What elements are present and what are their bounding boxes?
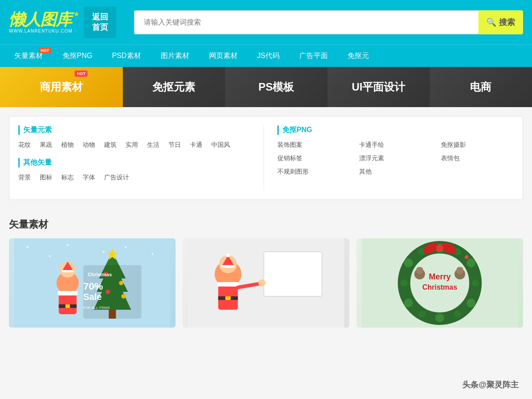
- svg-point-5: [125, 246, 127, 248]
- svg-point-47: [467, 258, 476, 267]
- cat-cutout[interactable]: 免抠元素: [123, 67, 225, 107]
- png-tag-float[interactable]: 漂浮元素: [359, 154, 432, 162]
- header: 懒人图库 WWW.LANRENTUKU.COM ★ 返回 首页 🔍 搜索: [0, 0, 532, 45]
- logo-text[interactable]: 懒人图库: [9, 12, 72, 28]
- svg-point-1: [27, 246, 29, 248]
- svg-point-62: [436, 245, 444, 252]
- other-vector-title: 其他矢量: [18, 158, 255, 167]
- vector-section-title: 矢量元素: [18, 125, 255, 135]
- back-home-button[interactable]: 返回 首页: [84, 7, 116, 38]
- nav-png[interactable]: 免抠PNG: [53, 45, 102, 67]
- tag-animal[interactable]: 动物: [83, 141, 95, 149]
- svg-point-3: [67, 244, 69, 246]
- svg-rect-38: [218, 282, 239, 287]
- nav-ad[interactable]: 广告平面: [289, 45, 338, 67]
- nav-image[interactable]: 图片素材: [151, 45, 199, 67]
- dropdown-panel: 矢量元素 花纹 果蔬 植物 动物 建筑 实用 生活 节日 卡通 中国风 其他矢量…: [9, 116, 523, 200]
- card-1-inner: Christmas 70% OFF Sale FOR ALL ITEMS: [9, 238, 176, 328]
- svg-point-4: [103, 251, 105, 253]
- png-tag-irregular[interactable]: 不规则图形: [277, 168, 350, 176]
- nav-image-label: 图片素材: [161, 51, 189, 61]
- png-tag-cartoon[interactable]: 卡通手绘: [359, 141, 432, 149]
- svg-point-58: [465, 255, 469, 259]
- image-card-3[interactable]: Merry Christmas: [356, 238, 523, 328]
- nav-js[interactable]: JS代码: [247, 45, 290, 67]
- nav-cutout[interactable]: 免抠元: [338, 45, 379, 67]
- cat-ui[interactable]: UI平面设计: [327, 67, 430, 107]
- logo-wrapper: 懒人图库 WWW.LANRENTUKU.COM ★: [9, 12, 80, 33]
- svg-point-36: [226, 254, 230, 257]
- cat-commercial[interactable]: 商用素材 HOT: [0, 67, 123, 107]
- tag-logo[interactable]: 标志: [61, 174, 74, 182]
- cat-ps[interactable]: PS模板: [225, 67, 327, 107]
- cat-ecommerce[interactable]: 电商: [430, 67, 532, 107]
- svg-rect-23: [66, 304, 70, 308]
- logo-area: 懒人图库 WWW.LANRENTUKU.COM ★ 返回 首页: [9, 7, 125, 38]
- nav-vector-label: 矢量素材: [14, 51, 43, 61]
- other-vector-tags: 背景 图标 标志 字体 广告设计: [18, 174, 255, 182]
- logo-star: ★: [73, 10, 80, 18]
- tag-cartoon[interactable]: 卡通: [190, 141, 202, 149]
- svg-text:FOR ALL ITEMS: FOR ALL ITEMS: [84, 306, 110, 310]
- tag-building[interactable]: 建筑: [104, 141, 117, 149]
- tag-plant[interactable]: 植物: [61, 141, 74, 149]
- svg-rect-21: [58, 291, 78, 295]
- search-btn-label: 搜索: [499, 17, 515, 28]
- png-tag-emoji[interactable]: 表情包: [441, 154, 514, 162]
- nav-vector[interactable]: 矢量素材 HOT: [4, 45, 53, 67]
- svg-point-51: [436, 313, 444, 322]
- svg-rect-40: [226, 296, 231, 300]
- cat-hot-badge: HOT: [75, 71, 88, 77]
- nav-psd-label: PSD素材: [112, 51, 141, 61]
- svg-point-52: [419, 311, 426, 318]
- svg-point-55: [404, 258, 413, 267]
- tag-huawen[interactable]: 花纹: [18, 141, 31, 149]
- png-tag-photo[interactable]: 免抠摄影: [441, 141, 514, 149]
- png-tag-promo[interactable]: 促销标签: [277, 154, 350, 162]
- cat-cutout-label: 免抠元素: [152, 80, 195, 94]
- svg-rect-35: [222, 265, 235, 268]
- tag-holiday[interactable]: 节日: [168, 141, 181, 149]
- svg-point-54: [401, 279, 408, 287]
- nav-web-label: 网页素材: [209, 51, 238, 61]
- tag-guo[interactable]: 果蔬: [40, 141, 52, 149]
- png-tag-deco[interactable]: 装饰图案: [277, 141, 350, 149]
- navbar: 矢量素材 HOT 免抠PNG PSD素材 图片素材 网页素材 JS代码 广告平面…: [0, 45, 532, 67]
- card-1-svg: Christmas 70% OFF Sale FOR ALL ITEMS: [9, 238, 176, 328]
- svg-point-42: [259, 279, 266, 287]
- search-area: 🔍 搜索: [134, 10, 523, 34]
- svg-point-48: [472, 279, 479, 287]
- nav-psd[interactable]: PSD素材: [102, 45, 151, 67]
- svg-point-65: [417, 267, 419, 272]
- tag-font[interactable]: 字体: [83, 174, 95, 182]
- tag-addesign[interactable]: 广告设计: [104, 174, 129, 182]
- cat-ecommerce-label: 电商: [470, 80, 491, 94]
- png-tag-other[interactable]: 其他: [359, 168, 432, 176]
- nav-ad-label: 广告平面: [299, 51, 328, 61]
- image-card-1[interactable]: Christmas 70% OFF Sale FOR ALL ITEMS: [9, 238, 176, 328]
- tag-life[interactable]: 生活: [147, 141, 159, 149]
- search-input[interactable]: [134, 10, 478, 34]
- image-card-2[interactable]: [183, 238, 349, 328]
- cat-ui-label: UI平面设计: [352, 80, 405, 94]
- hot-badge-vector: HOT: [39, 48, 51, 53]
- svg-text:OFF: OFF: [94, 285, 102, 289]
- dropdown-left: 矢量元素 花纹 果蔬 植物 动物 建筑 实用 生活 节日 卡通 中国风 其他矢量…: [18, 125, 264, 191]
- tag-bg[interactable]: 背景: [18, 174, 31, 182]
- tag-icon[interactable]: 图标: [40, 174, 52, 182]
- card-2-inner: [183, 238, 349, 328]
- tag-practical[interactable]: 实用: [126, 141, 138, 149]
- search-icon: 🔍: [486, 17, 496, 27]
- svg-rect-19: [62, 270, 74, 272]
- nav-web[interactable]: 网页素材: [199, 45, 247, 67]
- tag-chinese[interactable]: 中国风: [211, 141, 230, 149]
- nav-cutout-label: 免抠元: [348, 51, 369, 61]
- svg-text:Sale: Sale: [84, 292, 102, 302]
- png-tag-grid: 装饰图案 卡通手绘 免抠摄影 促销标签 漂浮元素 表情包 不规则图形 其他: [277, 141, 514, 176]
- svg-point-66: [420, 267, 423, 272]
- svg-point-6: [152, 253, 154, 255]
- card-3-svg: Merry Christmas: [356, 238, 523, 328]
- cat-ps-label: PS模板: [258, 80, 294, 94]
- search-button[interactable]: 🔍 搜索: [478, 10, 523, 34]
- card-3-inner: Merry Christmas: [356, 238, 523, 328]
